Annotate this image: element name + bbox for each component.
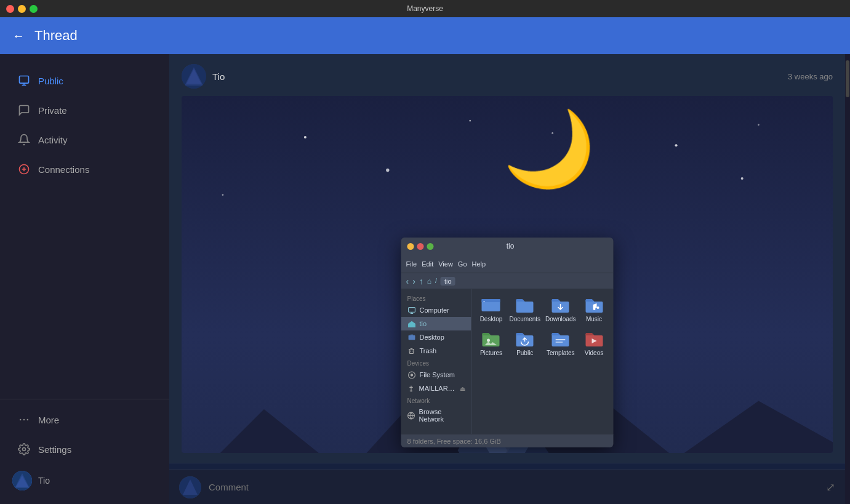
fm-menu-help[interactable]: Help [472, 260, 486, 268]
sidebar-item-label-settings: Settings [38, 444, 71, 455]
fm-section-places: Places [401, 293, 471, 303]
sidebar-item-label-connections: Connections [38, 164, 89, 175]
svg-point-2 [20, 419, 22, 421]
fm-sidebar-trash[interactable]: Trash [401, 344, 471, 358]
scrollbar-thumb[interactable] [846, 60, 849, 97]
comment-input[interactable] [209, 482, 819, 492]
fm-menu-file[interactable]: File [406, 260, 417, 268]
more-icon [17, 413, 31, 426]
fm-sidebar-usb[interactable]: MAILLARO_XFCE... ⏏ [401, 382, 471, 395]
fm-titlebar: tio [401, 238, 614, 255]
fm-forward-btn[interactable]: › [412, 276, 415, 286]
svg-point-5 [23, 448, 26, 451]
fm-sidebar-network[interactable]: Browse Network [401, 406, 471, 425]
svg-point-16 [758, 124, 760, 126]
close-button[interactable] [6, 5, 14, 13]
post-avatar [182, 64, 206, 89]
sidebar-item-activity[interactable]: Activity [5, 126, 164, 154]
fm-minimize-btn[interactable] [407, 243, 414, 250]
fm-file-music[interactable]: Music [580, 294, 609, 326]
sidebar-item-settings[interactable]: Settings [5, 435, 164, 463]
home-folder-icon [407, 319, 416, 328]
sidebar-user[interactable]: Tio [0, 465, 169, 497]
svg-point-20 [741, 177, 744, 180]
sidebar-item-more[interactable]: More [5, 406, 164, 434]
fm-sidebar-filesystem[interactable]: File System [401, 368, 471, 382]
fm-sidebar-tio[interactable]: tio [401, 317, 471, 330]
fm-menu-go[interactable]: Go [458, 260, 467, 268]
settings-icon [17, 442, 31, 456]
svg-rect-0 [20, 76, 29, 84]
fm-pictures-label: Pictures [480, 350, 502, 357]
thread-content[interactable]: Tio 3 weeks ago [169, 54, 845, 470]
svg-rect-38 [556, 339, 566, 340]
fm-main-area: Desktop Documents Down [472, 289, 614, 434]
filesystem-icon [407, 370, 416, 379]
file-manager-window: tio File Edit View Go Help [401, 238, 614, 447]
back-button[interactable]: ← [12, 29, 25, 43]
fm-toolbar: File Edit View Go Help [401, 255, 614, 273]
titlebar-buttons [6, 5, 38, 13]
fm-sidebar-desktop[interactable]: Desktop [401, 330, 471, 344]
fm-menu-edit[interactable]: Edit [422, 260, 433, 268]
svg-point-17 [222, 194, 224, 196]
svg-point-13 [304, 136, 307, 138]
svg-rect-36 [484, 301, 485, 302]
fm-sidebar-desktop-label: Desktop [420, 334, 444, 341]
fm-back-btn[interactable]: ‹ [406, 276, 409, 286]
fm-file-documents[interactable]: Documents [508, 294, 542, 326]
public-icon [17, 74, 31, 87]
comment-box: ⤢ [169, 470, 845, 504]
fm-section-network: Network [401, 395, 471, 406]
svg-point-18 [386, 169, 389, 172]
fm-sidebar-usb-label: MAILLARO_XFCE... [419, 385, 456, 392]
fm-sidebar-tio-label: tio [420, 320, 427, 327]
scrollbar-track[interactable] [845, 54, 850, 504]
fm-menu-view[interactable]: View [438, 260, 453, 268]
fm-sidebar-trash-label: Trash [420, 347, 437, 354]
fm-sidebar-computer-label: Computer [420, 306, 449, 314]
svg-point-32 [410, 374, 412, 376]
fm-close-btn[interactable] [417, 243, 424, 250]
fm-statusbar: 8 folders, Free space: 16,6 GiB [401, 434, 614, 447]
fm-sidebar-computer[interactable]: Computer [401, 303, 471, 317]
comment-avatar [179, 476, 201, 498]
svg-text:🌙: 🌙 [503, 105, 596, 193]
sidebar-bottom: More Settings [0, 399, 169, 504]
fm-downloads-label: Downloads [545, 316, 575, 323]
fm-file-downloads[interactable]: Downloads [544, 294, 577, 326]
sidebar-item-private[interactable]: Private [5, 96, 164, 124]
avatar [12, 471, 32, 490]
fm-file-public[interactable]: Public [508, 328, 542, 359]
usb-icon [407, 384, 415, 393]
fm-desktop-label: Desktop [480, 316, 503, 323]
computer-icon [407, 306, 416, 314]
fm-file-videos[interactable]: Videos [580, 328, 609, 359]
fm-title: tio [434, 242, 587, 250]
minimize-button[interactable] [18, 5, 26, 13]
fm-file-pictures[interactable]: Pictures [477, 328, 506, 359]
fm-file-templates[interactable]: Templates [544, 328, 577, 359]
fm-up-btn[interactable]: ↑ [419, 276, 423, 286]
sidebar: Public Private Activity [0, 54, 169, 504]
fm-body: Places Computer [401, 289, 614, 434]
fm-file-desktop[interactable]: Desktop [477, 294, 506, 326]
eject-icon[interactable]: ⏏ [460, 385, 465, 392]
sidebar-item-connections[interactable]: Connections [5, 155, 164, 183]
sidebar-item-public[interactable]: Public [5, 66, 164, 95]
expand-icon[interactable]: ⤢ [826, 481, 835, 494]
sidebar-item-label-private: Private [38, 105, 67, 116]
maximize-button[interactable] [30, 5, 38, 13]
sidebar-user-label: Tio [38, 476, 50, 486]
app-title: Manyverse [407, 4, 443, 13]
connections-icon [17, 162, 31, 176]
trash-icon [407, 346, 416, 355]
sidebar-nav: Public Private Activity [0, 60, 169, 399]
fm-home-icon: ⌂ [427, 277, 431, 286]
fm-maximize-btn[interactable] [427, 243, 434, 250]
fm-path-label[interactable]: tio [441, 277, 455, 286]
svg-point-15 [675, 144, 678, 146]
post-image: 🌙 [182, 96, 833, 453]
private-icon [17, 103, 31, 117]
desktop-folder-icon [407, 333, 416, 342]
